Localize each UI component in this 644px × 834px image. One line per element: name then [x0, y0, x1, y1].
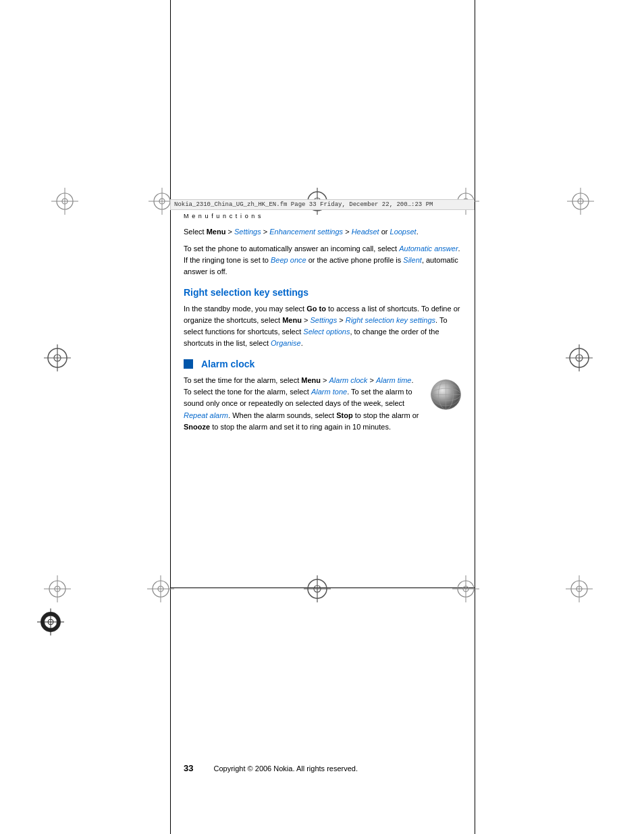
registration-mark-bot-right: [566, 575, 593, 602]
vertical-line-left: [170, 0, 171, 834]
heading-right-selection-key: Right selection key settings: [184, 287, 461, 298]
registration-mark-large-bot-left: [28, 600, 72, 644]
vertical-line-right: [475, 0, 475, 834]
registration-mark-top-right: [567, 188, 594, 215]
link-automatic-answer: Automatic answer: [399, 244, 458, 253]
link-loopset: Loopset: [390, 228, 417, 236]
header-bar-text: Nokia_2310_China_UG_zh_HK_EN.fm Page 33 …: [174, 201, 433, 208]
paragraph-alarm-clock: To set the time for the alarm, select Me…: [184, 375, 421, 432]
paragraph-automatic-answer: To set the phone to automatically answer…: [184, 243, 461, 278]
registration-mark-mid-left: [44, 344, 71, 371]
blue-square-icon: [184, 359, 193, 369]
registration-mark-bot-left: [44, 575, 71, 602]
link-enhancement-settings: Enhancement settings: [269, 228, 343, 236]
registration-mark-bot-center-left: [147, 575, 174, 602]
link-silent: Silent: [403, 256, 422, 264]
link-beep-once: Beep once: [271, 256, 306, 264]
paragraph-enhancement-settings: Select Menu > Settings > Enhancement set…: [184, 226, 461, 238]
go-to-bold: Go to: [306, 305, 326, 313]
alarm-clock-image: [427, 375, 461, 409]
menu-bold-1: Menu: [207, 228, 226, 236]
link-settings: Settings: [234, 228, 261, 236]
page-footer: 33 Copyright © 2006 Nokia. All rights re…: [184, 763, 461, 773]
page: Nokia_2310_China_UG_zh_HK_EN.fm Page 33 …: [0, 0, 644, 834]
menu-bold-3: Menu: [301, 376, 321, 384]
menu-bold-2: Menu: [282, 316, 302, 324]
link-alarm-clock: Alarm clock: [329, 376, 368, 384]
header-bar: Nokia_2310_China_UG_zh_HK_EN.fm Page 33 …: [170, 199, 475, 210]
heading-alarm-clock-text: Alarm clock: [201, 359, 254, 369]
link-repeat-alarm: Repeat alarm: [184, 411, 228, 419]
stop-bold: Stop: [336, 411, 352, 419]
alarm-section-content: To set the time for the alarm, select Me…: [184, 375, 461, 438]
footer-copyright: Copyright © 2006 Nokia. All rights reser…: [213, 764, 358, 773]
page-number: 33: [184, 763, 193, 773]
link-alarm-time: Alarm time: [376, 376, 412, 384]
heading-alarm-clock: Alarm clock: [184, 359, 461, 369]
section-label: M e n u f u n c t i o n s: [184, 213, 461, 219]
link-organise: Organise: [271, 339, 301, 347]
registration-mark-top-left: [51, 188, 78, 215]
snooze-bold: Snooze: [184, 423, 210, 431]
link-settings-2: Settings: [310, 316, 337, 324]
registration-mark-mid-right: [566, 344, 593, 371]
main-content: M e n u f u n c t i o n s Select Menu > …: [184, 213, 461, 746]
link-alarm-tone: Alarm tone: [311, 388, 347, 396]
paragraph-right-selection-key: In the standby mode, you may select Go t…: [184, 303, 461, 349]
link-right-selection-key-settings: Right selection key settings: [346, 316, 435, 324]
link-select-options: Select options: [303, 328, 350, 336]
link-headset: Headset: [352, 228, 379, 236]
